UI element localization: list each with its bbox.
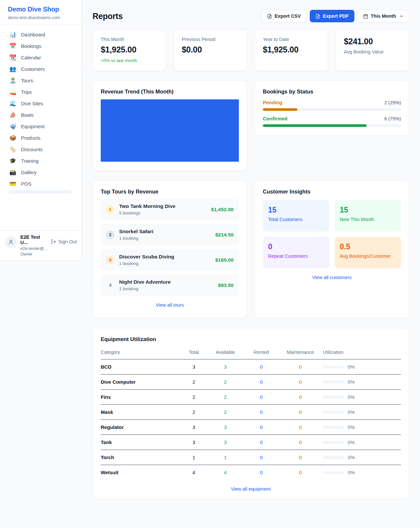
sidebar-item-equipment[interactable]: 🤿 Equipment xyxy=(5,121,76,132)
sign-out-button[interactable]: Sign Out xyxy=(51,239,77,244)
stat-card-this-month: This Month $1,925.00 +0% vs last month xyxy=(93,30,166,71)
sidebar-item-label: Trips xyxy=(21,89,32,95)
sidebar-nav: 📊 Dashboard 📅 Bookings 📆 Calendar 👥 Cust… xyxy=(0,25,81,193)
sidebar-item-bookings[interactable]: 📅 Bookings xyxy=(5,40,76,52)
stat-card-avg-booking-value: $241.00 Avg Booking Value xyxy=(336,30,409,71)
insights-row: Top Tours by Revenue 1 Two Tank Morning … xyxy=(93,180,409,318)
tour-list-item[interactable]: 1 Two Tank Morning Dive 5 bookings $1,45… xyxy=(101,199,239,220)
column-header-maintenance: Maintenance xyxy=(278,346,323,359)
cell-category: Tank xyxy=(101,435,182,450)
person-icon xyxy=(8,239,14,245)
insight-value: 15 xyxy=(268,206,324,214)
utilization-bar xyxy=(323,396,344,398)
tour-revenue: $1,452.00 xyxy=(211,207,234,213)
credit-card-icon: 💳 xyxy=(9,181,16,187)
sidebar-item-boats[interactable]: ⛵ Boats xyxy=(5,109,76,121)
view-all-equipment-link[interactable]: View all equipment xyxy=(101,486,401,492)
column-header-rented: Rented xyxy=(245,346,278,359)
cell-available: 2 xyxy=(206,405,245,420)
utilization-percent: 0% xyxy=(348,410,355,415)
package-icon: 📦 xyxy=(9,135,16,141)
sidebar-item-label: Products xyxy=(21,135,40,141)
cell-utilization: 0% xyxy=(323,359,401,375)
bookings-by-status-title: Bookings by Status xyxy=(263,89,401,95)
tour-name: Night Dive Adventure xyxy=(119,279,171,285)
utilization-percent: 0% xyxy=(348,440,355,445)
sidebar-item-label: Gallery xyxy=(21,170,37,175)
table-row: Mask 2 2 0 0 0% xyxy=(101,405,401,420)
cell-rented: 0 xyxy=(245,450,278,465)
cell-maintenance: 0 xyxy=(278,405,323,420)
export-pdf-label: Export PDF xyxy=(323,13,349,19)
sidebar-item-dashboard[interactable]: 📊 Dashboard xyxy=(5,29,76,40)
stat-value: $0.00 xyxy=(182,45,239,54)
user-role: Owner xyxy=(20,252,48,256)
diving-mask-icon: 🤿 xyxy=(9,124,16,129)
table-row: Dive Computer 2 2 0 0 0% xyxy=(101,375,401,390)
cell-utilization: 0% xyxy=(323,450,401,465)
sidebar-item-label: Training xyxy=(21,158,39,164)
view-all-tours-link[interactable]: View all tours xyxy=(101,302,239,308)
revenue-trend-title: Revenue Trend (This Month) xyxy=(101,89,239,95)
view-all-customers-link[interactable]: View all customers xyxy=(263,275,401,280)
sidebar-item-reports-partial[interactable] xyxy=(9,190,72,193)
tour-bookings: 1 booking xyxy=(119,286,171,291)
cell-category: Mask xyxy=(101,405,182,420)
tour-revenue: $93.50 xyxy=(218,282,234,288)
status-count: 2 (25%) xyxy=(384,100,401,105)
sidebar-item-label: Dashboard xyxy=(21,32,45,37)
sidebar-item-label: Bookings xyxy=(21,43,41,49)
utilization-percent: 0% xyxy=(348,455,355,460)
insight-label: Total Customers xyxy=(268,217,324,222)
status-row-pending: Pending 2 (25%) xyxy=(263,100,401,111)
tour-list-item[interactable]: 3 Discover Scuba Diving 1 booking $165.0… xyxy=(101,249,239,271)
cell-category: Fins xyxy=(101,390,182,405)
insight-avg-bookings: 0.5 Avg Bookings/Customer xyxy=(335,237,401,268)
insights-grid: 15 Total Customers 15 New This Month 0 R… xyxy=(263,200,401,268)
status-progress-fill xyxy=(263,108,297,111)
cell-available: 1 xyxy=(206,450,245,465)
status-progress-track xyxy=(263,108,401,111)
table-row: Torch 1 1 0 0 0% xyxy=(101,450,401,465)
sidebar-item-trips[interactable]: 🚤 Trips xyxy=(5,86,76,98)
sidebar-item-calendar[interactable]: 📆 Calendar xyxy=(5,52,76,63)
sidebar-item-dive-sites[interactable]: 🌊 Dive Sites xyxy=(5,98,76,109)
sidebar-item-gallery[interactable]: 📸 Gallery xyxy=(5,167,76,178)
export-csv-label: Export CSV xyxy=(275,13,301,19)
status-label: Confirmed xyxy=(263,116,287,121)
cell-maintenance: 0 xyxy=(278,375,323,390)
export-csv-button[interactable]: Export CSV xyxy=(262,10,306,22)
status-progress-track xyxy=(263,124,401,127)
people-icon: 👥 xyxy=(9,66,16,72)
tour-list-item[interactable]: 4 Night Dive Adventure 1 booking $93.50 xyxy=(101,274,239,296)
cell-rented: 0 xyxy=(245,390,278,405)
period-dropdown[interactable]: This Month xyxy=(358,10,409,22)
cell-utilization: 0% xyxy=(323,405,401,420)
cell-available: 3 xyxy=(206,435,245,450)
insight-label: New This Month xyxy=(340,217,396,222)
sidebar-item-tours[interactable]: 🏝️ Tours xyxy=(5,75,76,86)
sidebar-item-training[interactable]: 🎓 Training xyxy=(5,155,76,167)
chevron-down-icon xyxy=(399,14,404,18)
file-download-icon xyxy=(315,14,320,19)
sidebar-item-products[interactable]: 📦 Products xyxy=(5,132,76,144)
cell-utilization: 0% xyxy=(323,390,401,405)
sidebar-item-discounts[interactable]: 🏷️ Discounts xyxy=(5,144,76,155)
tour-revenue: $214.50 xyxy=(215,232,234,238)
user-panel: E2E Test U... e2e-tester@... Owner Sign … xyxy=(0,230,81,260)
sidebar-item-pos[interactable]: 💳 POS xyxy=(5,178,76,190)
camera-icon: 📸 xyxy=(9,170,16,175)
cell-rented: 0 xyxy=(245,435,278,450)
revenue-trend-chart xyxy=(101,99,239,162)
cell-total: 4 xyxy=(182,465,206,480)
utilization-bar xyxy=(323,366,344,368)
tour-list-item[interactable]: 2 Snorkel Safari 1 booking $214.50 xyxy=(101,224,239,245)
table-row: BCD 3 3 0 0 0% xyxy=(101,359,401,375)
equipment-utilization-title: Equipment Utilization xyxy=(101,336,401,342)
export-pdf-button[interactable]: Export PDF xyxy=(310,10,354,22)
cell-total: 2 xyxy=(182,405,206,420)
period-label: This Month xyxy=(371,13,396,19)
sidebar-item-customers[interactable]: 👥 Customers xyxy=(5,63,76,75)
customer-insights-title: Customer Insights xyxy=(263,189,401,195)
tour-bookings: 1 booking xyxy=(119,261,174,266)
